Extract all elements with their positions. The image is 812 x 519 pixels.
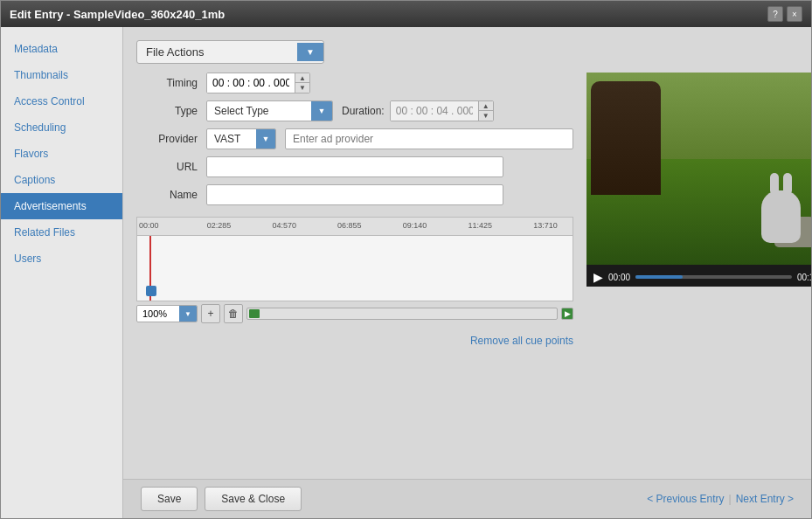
scroll-right-btn[interactable]: ▶ [561,308,573,320]
video-bunny [761,190,801,243]
zoom-arrow-icon: ▼ [184,310,191,318]
sidebar-item-captions[interactable]: Captions [1,167,122,193]
file-actions-arrow-btn[interactable]: ▼ [297,43,323,61]
content-area: File Actions ▼ Timing [123,27,811,518]
content-inner: File Actions ▼ Timing [123,27,811,479]
sidebar-item-related-files[interactable]: Related Files [1,219,122,246]
file-actions-label: File Actions [137,41,297,63]
remove-all-cue-points-link[interactable]: Remove all cue points [470,335,573,347]
form-panel: Timing ▲ ▼ Type [136,73,573,466]
provider-label: Provider [136,133,198,145]
duration-up-btn[interactable]: ▲ [479,101,493,111]
close-button[interactable]: × [787,6,802,22]
type-select-label: Select Type [207,101,311,121]
duration-row: Duration: ▲ ▼ [342,100,494,121]
zoom-select[interactable]: 100% ▼ [136,305,198,322]
footer-right: < Previous Entry | Next Entry > [647,493,794,505]
sidebar-item-flavors[interactable]: Flavors [1,141,122,167]
sidebar-item-users[interactable]: Users [1,246,122,272]
video-container: ▶ 00:00 00:13 🔊 [586,73,811,287]
video-scene [586,73,811,265]
type-select-arrow[interactable]: ▼ [311,101,332,121]
sidebar-item-advertisements[interactable]: Advertisements [1,193,122,219]
timeline-scrollbar[interactable] [246,308,558,320]
url-label: URL [136,161,198,173]
type-row: Type Select Type ▼ Duration: [136,100,573,121]
footer: Save Save & Close < Previous Entry | Nex… [123,479,811,518]
duration-down-btn[interactable]: ▼ [479,111,493,121]
duration-input-wrapper: ▲ ▼ [390,100,494,121]
video-progress-bar[interactable] [635,275,792,279]
titlebar-buttons: ? × [767,6,802,22]
timing-input[interactable] [207,73,295,93]
provider-select[interactable]: VAST ▼ [206,128,276,149]
next-entry-button[interactable]: Next Entry > [736,493,794,505]
time-total: 00:13 [797,273,811,282]
help-button[interactable]: ? [767,6,783,22]
timing-down-btn[interactable]: ▼ [295,83,309,93]
sidebar-item-metadata[interactable]: Metadata [1,36,122,62]
timing-row: Timing ▲ ▼ [136,73,573,93]
sidebar-item-scheduling[interactable]: Scheduling [1,114,122,141]
delete-cue-btn[interactable]: 🗑 [224,304,243,323]
zoom-arrow[interactable]: ▼ [179,306,197,322]
timeline-controls: 100% ▼ + 🗑 ▶ [136,304,573,323]
ruler-mark-4: 09:140 [403,221,427,230]
name-row: Name [136,184,573,205]
add-cue-btn[interactable]: + [201,304,220,323]
nav-separator: | [729,493,732,505]
ruler-mark-3: 06:855 [337,221,362,230]
bunny-ear-left [770,173,779,195]
main-window: Edit Entry - SampleVideo_360x240_1mb ? ×… [0,0,812,519]
timing-spin-buttons: ▲ ▼ [295,73,309,93]
save-button[interactable]: Save [141,487,198,511]
sidebar: Metadata Thumbnails Access Control Sched… [1,27,123,518]
video-controls: ▶ 00:00 00:13 🔊 [586,265,811,287]
timeline-marker[interactable] [146,286,156,296]
sidebar-item-thumbnails[interactable]: Thumbnails [1,62,122,88]
top-row: File Actions ▼ [136,40,798,64]
ruler-mark-0: 00:00 [139,221,159,230]
ruler-mark-2: 04:570 [272,221,296,230]
ruler-mark-5: 11:425 [468,221,492,230]
provider-select-arrow[interactable]: ▼ [256,129,275,149]
ruler-mark-6: 13:710 [533,221,558,230]
main-content: Timing ▲ ▼ Type [136,73,798,466]
url-input[interactable] [206,156,503,177]
video-progress-fill [635,275,683,279]
timing-up-btn[interactable]: ▲ [295,73,309,83]
dropdown-arrow-icon: ▼ [306,47,315,57]
duration-label: Duration: [342,105,385,117]
duration-input [391,101,478,121]
name-input[interactable] [206,184,503,205]
time-current: 00:00 [608,273,630,282]
timeline-track[interactable] [136,236,573,301]
window-title: Edit Entry - SampleVideo_360x240_1mb [10,8,225,21]
bunny-ear-right [783,173,792,195]
type-select[interactable]: Select Type ▼ [206,100,333,121]
timing-label: Timing [136,77,198,89]
provider-arrow-icon: ▼ [262,135,270,143]
video-panel: ▶ 00:00 00:13 🔊 [586,73,811,466]
video-tree [591,81,661,195]
prev-entry-button[interactable]: < Previous Entry [647,493,724,505]
type-label: Type [136,105,198,117]
provider-select-label: VAST [207,129,256,149]
file-actions-dropdown[interactable]: File Actions ▼ [136,40,324,64]
zoom-label: 100% [137,306,179,322]
video-frame [586,73,811,265]
duration-spin-buttons: ▲ ▼ [478,101,493,121]
ad-provider-input[interactable] [285,128,573,149]
play-button[interactable]: ▶ [593,270,603,284]
url-row: URL [136,156,573,177]
timeline-section: 00:00 02:285 04:570 06:855 09:140 11:425… [136,217,573,323]
footer-left: Save Save & Close [141,487,302,511]
name-label: Name [136,189,198,201]
provider-row: Provider VAST ▼ [136,128,573,149]
titlebar: Edit Entry - SampleVideo_360x240_1mb ? × [1,1,811,27]
ruler-mark-1: 02:285 [207,221,232,230]
sidebar-item-access-control[interactable]: Access Control [1,88,122,114]
main-area: Metadata Thumbnails Access Control Sched… [1,27,811,518]
remove-cue-section: Remove all cue points [136,335,573,347]
save-close-button[interactable]: Save & Close [205,487,302,511]
